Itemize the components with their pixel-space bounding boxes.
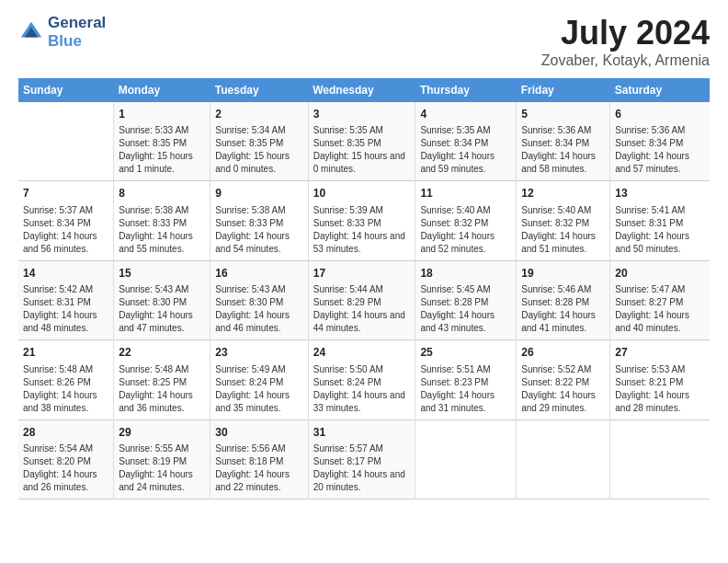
weekday-header-friday: Friday: [517, 78, 610, 102]
day-number: 1: [119, 107, 205, 122]
calendar-cell: 27Sunrise: 5:53 AMSunset: 8:21 PMDayligh…: [610, 340, 710, 419]
day-info: Sunrise: 5:38 AMSunset: 8:33 PMDaylight:…: [215, 204, 302, 256]
calendar-cell: 13Sunrise: 5:41 AMSunset: 8:31 PMDayligh…: [610, 181, 710, 260]
calendar-cell: 16Sunrise: 5:43 AMSunset: 8:30 PMDayligh…: [210, 260, 308, 339]
calendar-cell: 7Sunrise: 5:37 AMSunset: 8:34 PMDaylight…: [18, 181, 114, 260]
day-info: Sunrise: 5:36 AMSunset: 8:34 PMDaylight:…: [521, 124, 605, 176]
weekday-header-thursday: Thursday: [415, 78, 517, 102]
logo-text: General Blue: [48, 14, 106, 51]
day-info: Sunrise: 5:38 AMSunset: 8:33 PMDaylight:…: [119, 204, 205, 256]
day-info: Sunrise: 5:57 AMSunset: 8:17 PMDaylight:…: [313, 442, 411, 494]
calendar-cell: 29Sunrise: 5:55 AMSunset: 8:19 PMDayligh…: [114, 419, 210, 499]
day-info: Sunrise: 5:50 AMSunset: 8:24 PMDaylight:…: [313, 363, 411, 415]
calendar-table: SundayMondayTuesdayWednesdayThursdayFrid…: [18, 78, 710, 500]
day-info: Sunrise: 5:47 AMSunset: 8:27 PMDaylight:…: [615, 283, 705, 335]
day-number: 19: [521, 266, 605, 282]
day-number: 14: [23, 266, 108, 282]
day-info: Sunrise: 5:43 AMSunset: 8:30 PMDaylight:…: [119, 283, 205, 335]
day-info: Sunrise: 5:51 AMSunset: 8:23 PMDaylight:…: [420, 363, 511, 415]
day-number: 24: [313, 345, 411, 361]
day-number: 26: [521, 345, 605, 361]
calendar-cell: 8Sunrise: 5:38 AMSunset: 8:33 PMDaylight…: [114, 181, 210, 260]
day-info: Sunrise: 5:48 AMSunset: 8:26 PMDaylight:…: [23, 363, 108, 415]
calendar-cell: 14Sunrise: 5:42 AMSunset: 8:31 PMDayligh…: [18, 260, 114, 339]
calendar-cell: 9Sunrise: 5:38 AMSunset: 8:33 PMDaylight…: [210, 181, 308, 260]
day-number: 30: [215, 425, 302, 441]
day-info: Sunrise: 5:35 AMSunset: 8:34 PMDaylight:…: [420, 124, 511, 176]
calendar-cell: 12Sunrise: 5:40 AMSunset: 8:32 PMDayligh…: [517, 181, 610, 260]
calendar-cell: 2Sunrise: 5:34 AMSunset: 8:35 PMDaylight…: [210, 102, 308, 181]
weekday-header-monday: Monday: [114, 78, 210, 102]
calendar-cell: 21Sunrise: 5:48 AMSunset: 8:26 PMDayligh…: [18, 340, 114, 419]
title-block: July 2024 Zovaber, Kotayk, Armenia: [541, 14, 710, 69]
day-number: 28: [23, 425, 108, 441]
weekday-header-tuesday: Tuesday: [210, 78, 308, 102]
day-number: 13: [615, 186, 705, 201]
calendar-cell: 19Sunrise: 5:46 AMSunset: 8:28 PMDayligh…: [517, 260, 610, 339]
day-info: Sunrise: 5:48 AMSunset: 8:25 PMDaylight:…: [119, 363, 205, 415]
day-number: 5: [521, 107, 605, 122]
calendar-cell: 23Sunrise: 5:49 AMSunset: 8:24 PMDayligh…: [210, 340, 308, 419]
calendar-cell: 17Sunrise: 5:44 AMSunset: 8:29 PMDayligh…: [308, 260, 415, 339]
day-number: 3: [313, 107, 411, 122]
day-info: Sunrise: 5:52 AMSunset: 8:22 PMDaylight:…: [521, 363, 605, 415]
calendar-cell: [517, 419, 610, 499]
day-number: 4: [420, 107, 511, 122]
day-info: Sunrise: 5:43 AMSunset: 8:30 PMDaylight:…: [215, 283, 302, 335]
calendar-cell: 31Sunrise: 5:57 AMSunset: 8:17 PMDayligh…: [308, 419, 415, 499]
calendar-cell: 22Sunrise: 5:48 AMSunset: 8:25 PMDayligh…: [114, 340, 210, 419]
day-info: Sunrise: 5:45 AMSunset: 8:28 PMDaylight:…: [420, 283, 511, 335]
day-number: 9: [215, 186, 302, 201]
day-number: 2: [215, 107, 302, 122]
day-info: Sunrise: 5:55 AMSunset: 8:19 PMDaylight:…: [119, 442, 205, 494]
day-number: 31: [313, 425, 411, 441]
day-info: Sunrise: 5:37 AMSunset: 8:34 PMDaylight:…: [23, 204, 108, 256]
day-number: 16: [215, 266, 302, 282]
calendar-cell: 30Sunrise: 5:56 AMSunset: 8:18 PMDayligh…: [210, 419, 308, 499]
day-number: 27: [615, 345, 705, 361]
calendar-cell: 11Sunrise: 5:40 AMSunset: 8:32 PMDayligh…: [415, 181, 517, 260]
day-number: 22: [119, 345, 205, 361]
day-info: Sunrise: 5:40 AMSunset: 8:32 PMDaylight:…: [521, 204, 605, 256]
day-info: Sunrise: 5:39 AMSunset: 8:33 PMDaylight:…: [313, 204, 411, 256]
calendar-cell: 26Sunrise: 5:52 AMSunset: 8:22 PMDayligh…: [517, 340, 610, 419]
day-info: Sunrise: 5:54 AMSunset: 8:20 PMDaylight:…: [23, 442, 108, 494]
day-info: Sunrise: 5:36 AMSunset: 8:34 PMDaylight:…: [615, 124, 705, 176]
logo: General Blue: [18, 14, 106, 51]
day-number: 25: [420, 345, 511, 361]
logo-icon: [18, 19, 44, 45]
day-number: 12: [521, 186, 605, 201]
day-number: 18: [420, 266, 511, 282]
calendar-cell: 20Sunrise: 5:47 AMSunset: 8:27 PMDayligh…: [610, 260, 710, 339]
calendar-week-row: 7Sunrise: 5:37 AMSunset: 8:34 PMDaylight…: [18, 181, 710, 260]
weekday-header-row: SundayMondayTuesdayWednesdayThursdayFrid…: [18, 78, 710, 102]
calendar-cell: 10Sunrise: 5:39 AMSunset: 8:33 PMDayligh…: [308, 181, 415, 260]
calendar-page: General Blue July 2024 Zovaber, Kotayk, …: [0, 0, 728, 563]
day-number: 23: [215, 345, 302, 361]
day-number: 17: [313, 266, 411, 282]
day-number: 7: [23, 186, 108, 201]
day-info: Sunrise: 5:41 AMSunset: 8:31 PMDaylight:…: [615, 204, 705, 256]
day-info: Sunrise: 5:53 AMSunset: 8:21 PMDaylight:…: [615, 363, 705, 415]
calendar-cell: 24Sunrise: 5:50 AMSunset: 8:24 PMDayligh…: [308, 340, 415, 419]
day-info: Sunrise: 5:56 AMSunset: 8:18 PMDaylight:…: [215, 442, 302, 494]
calendar-cell: 6Sunrise: 5:36 AMSunset: 8:34 PMDaylight…: [610, 102, 710, 181]
calendar-cell: 18Sunrise: 5:45 AMSunset: 8:28 PMDayligh…: [415, 260, 517, 339]
calendar-cell: [415, 419, 517, 499]
weekday-header-saturday: Saturday: [610, 78, 710, 102]
calendar-cell: 15Sunrise: 5:43 AMSunset: 8:30 PMDayligh…: [114, 260, 210, 339]
day-info: Sunrise: 5:35 AMSunset: 8:35 PMDaylight:…: [313, 124, 411, 176]
calendar-cell: 3Sunrise: 5:35 AMSunset: 8:35 PMDaylight…: [308, 102, 415, 181]
day-number: 8: [119, 186, 205, 201]
calendar-cell: 1Sunrise: 5:33 AMSunset: 8:35 PMDaylight…: [114, 102, 210, 181]
calendar-week-row: 28Sunrise: 5:54 AMSunset: 8:20 PMDayligh…: [18, 419, 710, 499]
calendar-cell: 28Sunrise: 5:54 AMSunset: 8:20 PMDayligh…: [18, 419, 114, 499]
day-number: 6: [615, 107, 705, 122]
day-info: Sunrise: 5:40 AMSunset: 8:32 PMDaylight:…: [420, 204, 511, 256]
calendar-week-row: 21Sunrise: 5:48 AMSunset: 8:26 PMDayligh…: [18, 340, 710, 419]
weekday-header-sunday: Sunday: [18, 78, 114, 102]
calendar-cell: [610, 419, 710, 499]
calendar-cell: 25Sunrise: 5:51 AMSunset: 8:23 PMDayligh…: [415, 340, 517, 419]
day-info: Sunrise: 5:42 AMSunset: 8:31 PMDaylight:…: [23, 283, 108, 335]
day-info: Sunrise: 5:34 AMSunset: 8:35 PMDaylight:…: [215, 124, 302, 176]
